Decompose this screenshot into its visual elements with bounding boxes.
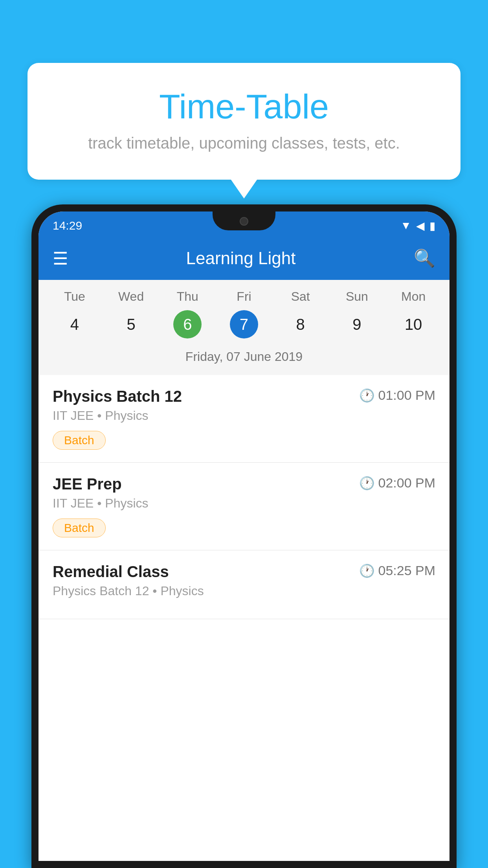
schedule-list: Physics Batch 12 🕐 01:00 PM IIT JEE • Ph…	[39, 375, 449, 619]
feature-title: Time-Table	[59, 86, 429, 127]
schedule-item-2-title: JEE Prep	[53, 475, 122, 493]
schedule-item-1-title: Physics Batch 12	[53, 388, 182, 405]
schedule-item-2-time: 🕐 02:00 PM	[359, 475, 435, 491]
schedule-item-3-time: 🕐 05:25 PM	[359, 563, 435, 578]
phone-notch	[213, 211, 275, 230]
status-icons: ▼ ◀ ▮	[400, 219, 435, 232]
day-4[interactable]: 4	[46, 309, 103, 340]
schedule-item-1-header: Physics Batch 12 🕐 01:00 PM	[53, 388, 435, 405]
schedule-item-3-title: Remedial Class	[53, 563, 169, 581]
schedule-item-1-subtitle: IIT JEE • Physics	[53, 408, 435, 423]
day-header-fri: Fri	[216, 289, 272, 304]
speech-bubble-card: Time-Table track timetable, upcoming cla…	[28, 63, 460, 180]
schedule-item-1[interactable]: Physics Batch 12 🕐 01:00 PM IIT JEE • Ph…	[39, 375, 449, 463]
schedule-item-3-time-text: 05:25 PM	[378, 563, 435, 578]
day-header-tue: Tue	[46, 289, 103, 304]
batch-tag-1: Batch	[53, 431, 106, 450]
wifi-icon: ▼	[400, 219, 411, 232]
schedule-item-3[interactable]: Remedial Class 🕐 05:25 PM Physics Batch …	[39, 550, 449, 619]
batch-tag-2: Batch	[53, 519, 106, 537]
schedule-item-1-time: 🕐 01:00 PM	[359, 388, 435, 403]
schedule-item-2-time-text: 02:00 PM	[378, 475, 435, 491]
speech-bubble-section: Time-Table track timetable, upcoming cla…	[28, 63, 460, 180]
feature-subtitle: track timetable, upcoming classes, tests…	[59, 134, 429, 152]
day-headers: Tue Wed Thu Fri Sat Sun Mon	[46, 289, 442, 304]
schedule-item-3-subtitle: Physics Batch 12 • Physics	[53, 584, 435, 598]
day-8[interactable]: 8	[272, 309, 329, 340]
status-time: 14:29	[53, 219, 82, 232]
day-6-today[interactable]: 6	[173, 310, 202, 338]
phone-camera	[240, 217, 248, 226]
hamburger-menu-icon[interactable]: ☰	[53, 248, 68, 268]
phone-screen: 14:29 ▼ ◀ ▮ ☰ Learning Light 🔍 Tue Wed T…	[39, 211, 449, 861]
schedule-item-2-subtitle: IIT JEE • Physics	[53, 496, 435, 511]
battery-icon: ▮	[429, 219, 435, 232]
day-header-mon: Mon	[385, 289, 442, 304]
day-header-thu: Thu	[159, 289, 216, 304]
day-7-selected[interactable]: 7	[230, 310, 258, 338]
day-header-sun: Sun	[329, 289, 385, 304]
schedule-item-2[interactable]: JEE Prep 🕐 02:00 PM IIT JEE • Physics Ba…	[39, 463, 449, 550]
clock-icon-3: 🕐	[359, 563, 375, 578]
app-bar: ☰ Learning Light 🔍	[39, 237, 449, 280]
day-9[interactable]: 9	[329, 309, 385, 340]
clock-icon-1: 🕐	[359, 388, 375, 403]
calendar-date-label: Friday, 07 June 2019	[46, 346, 442, 372]
schedule-item-1-time-text: 01:00 PM	[378, 388, 435, 403]
calendar-strip: Tue Wed Thu Fri Sat Sun Mon 4 5 6 7 8 9 …	[39, 280, 449, 375]
signal-icon: ◀	[416, 219, 425, 232]
day-header-sat: Sat	[272, 289, 329, 304]
day-5[interactable]: 5	[103, 309, 160, 340]
schedule-item-3-header: Remedial Class 🕐 05:25 PM	[53, 563, 435, 581]
clock-icon-2: 🕐	[359, 476, 375, 491]
day-header-wed: Wed	[103, 289, 160, 304]
day-numbers: 4 5 6 7 8 9 10	[46, 309, 442, 340]
phone-frame: 14:29 ▼ ◀ ▮ ☰ Learning Light 🔍 Tue Wed T…	[31, 204, 457, 868]
schedule-item-2-header: JEE Prep 🕐 02:00 PM	[53, 475, 435, 493]
app-title: Learning Light	[186, 248, 296, 268]
day-10[interactable]: 10	[385, 309, 442, 340]
search-icon[interactable]: 🔍	[414, 248, 435, 268]
